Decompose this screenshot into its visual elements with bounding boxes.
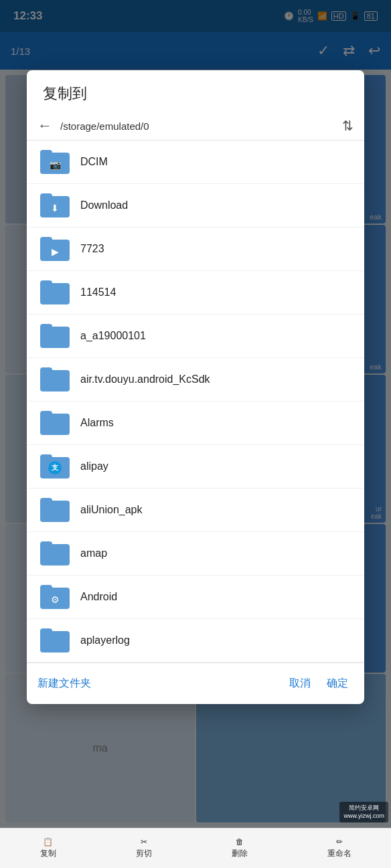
folder-name: Download bbox=[80, 199, 128, 211]
list-item[interactable]: ⚙ Android bbox=[27, 576, 364, 619]
folder-name: DCIM bbox=[80, 156, 108, 168]
path-back-button[interactable]: ← bbox=[37, 117, 52, 135]
sort-icon[interactable]: ⇅ bbox=[342, 118, 354, 134]
folder-icon-aliunion bbox=[40, 498, 70, 522]
copy-to-dialog: 复制到 ← /storage/emulated/0 ⇅ 📷 DCIM ⬇ bbox=[27, 70, 364, 704]
folder-icon-dcim: 📷 bbox=[40, 150, 70, 174]
folder-name: amap bbox=[80, 547, 107, 559]
rename-button[interactable]: ✏ 重命名 bbox=[327, 837, 351, 859]
folder-icon-alipay: 支 bbox=[40, 454, 70, 479]
new-folder-button[interactable]: 新建文件夹 bbox=[37, 671, 91, 696]
folder-name: 114514 bbox=[80, 286, 116, 298]
folder-icon-alarms bbox=[40, 411, 70, 435]
folder-name: aplayerlog bbox=[80, 634, 130, 646]
folder-name: Android bbox=[80, 591, 117, 603]
list-item[interactable]: 114514 bbox=[27, 271, 364, 315]
settings-icon: ⚙ bbox=[51, 594, 60, 605]
folder-icon-7723: ▶ bbox=[40, 237, 70, 261]
cancel-button[interactable]: 取消 bbox=[279, 671, 321, 696]
folder-icon-aplayerlog bbox=[40, 628, 70, 653]
ok-button[interactable]: 确定 bbox=[321, 671, 354, 696]
list-item[interactable]: Alarms bbox=[27, 402, 364, 445]
bottom-bar: 📋 复制 ✂ 剪切 🗑 删除 ✏ 重命名 bbox=[0, 828, 391, 868]
list-item[interactable]: 支 alipay bbox=[27, 445, 364, 489]
download-icon: ⬇ bbox=[51, 203, 59, 213]
copy-button[interactable]: 📋 复制 bbox=[40, 837, 56, 859]
folder-icon-114514 bbox=[40, 280, 70, 305]
delete-icon: 🗑 bbox=[236, 837, 244, 847]
folder-name: aliUnion_apk bbox=[80, 504, 143, 516]
cut-button[interactable]: ✂ 剪切 bbox=[136, 837, 152, 859]
list-item[interactable]: ▶ 7723 bbox=[27, 228, 364, 271]
arrow-icon: ▶ bbox=[52, 246, 59, 257]
watermark: 简约安卓网 www.yizwj.com bbox=[339, 802, 388, 822]
list-item[interactable]: aplayerlog bbox=[27, 619, 364, 663]
rename-icon: ✏ bbox=[336, 837, 343, 847]
folder-icon-douyu bbox=[40, 367, 70, 392]
folder-icon-aa bbox=[40, 324, 70, 348]
delete-button[interactable]: 🗑 删除 bbox=[232, 837, 248, 859]
folder-name: a_a19000101 bbox=[80, 330, 146, 342]
alipay-icon: 支 bbox=[48, 461, 62, 474]
list-item[interactable]: amap bbox=[27, 532, 364, 576]
copy-icon: 📋 bbox=[43, 837, 53, 847]
folder-icon-android: ⚙ bbox=[40, 585, 70, 609]
list-item[interactable]: ⬇ Download bbox=[27, 184, 364, 228]
camera-icon: 📷 bbox=[50, 159, 61, 170]
folder-name: air.tv.douyu.android_KcSdk bbox=[80, 373, 210, 385]
list-item[interactable]: aliUnion_apk bbox=[27, 489, 364, 532]
folder-name: Alarms bbox=[80, 417, 114, 429]
folder-icon-download: ⬇ bbox=[40, 193, 70, 218]
folder-icon-amap bbox=[40, 541, 70, 566]
dialog-actions: 新建文件夹 取消 确定 bbox=[27, 663, 364, 704]
folder-name: 7723 bbox=[80, 243, 104, 255]
dialog-title: 复制到 bbox=[27, 70, 364, 112]
folder-list: 📷 DCIM ⬇ Download ▶ 7723 bbox=[27, 141, 364, 663]
folder-name: alipay bbox=[80, 460, 108, 472]
path-bar: ← /storage/emulated/0 ⇅ bbox=[27, 112, 364, 141]
list-item[interactable]: a_a19000101 bbox=[27, 315, 364, 358]
list-item[interactable]: air.tv.douyu.android_KcSdk bbox=[27, 358, 364, 402]
current-path: /storage/emulated/0 bbox=[60, 120, 334, 132]
cut-icon: ✂ bbox=[141, 837, 147, 847]
list-item[interactable]: 📷 DCIM bbox=[27, 141, 364, 184]
